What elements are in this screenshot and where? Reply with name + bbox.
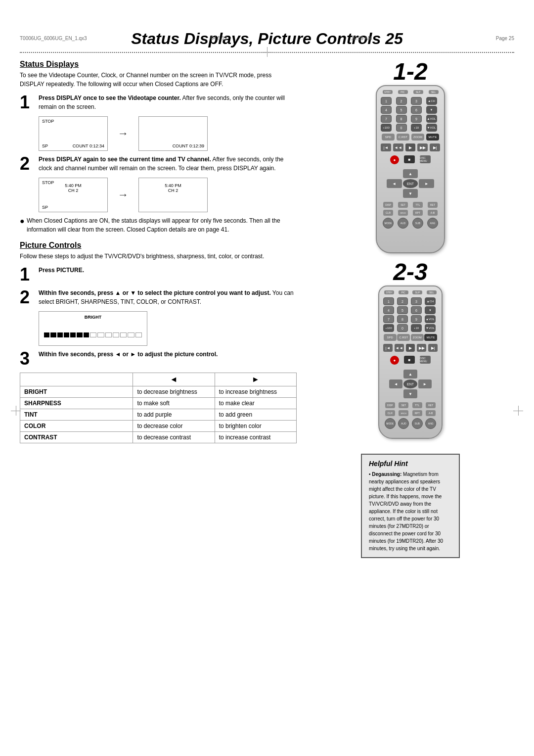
remote1-dpad-empty-br xyxy=(419,189,434,198)
remote1-btn-right[interactable]: ► xyxy=(419,179,434,188)
remote1-btn-7[interactable]: 7 xyxy=(381,115,392,123)
remote2-btn-plus10[interactable]: +10 xyxy=(411,324,422,332)
remote1-btn-4[interactable]: 4 xyxy=(381,106,392,114)
remote2-btn-vol-up[interactable]: ▲VOL xyxy=(425,315,436,323)
remote1-btn-searchmode[interactable]: SRCH xyxy=(398,210,408,216)
remote2-btn-repeat[interactable]: RPT xyxy=(412,410,422,416)
remote2-btn-subtitle[interactable]: SUB xyxy=(412,418,423,429)
remote2-btn-picture[interactable]: PIC xyxy=(399,290,408,294)
remote2-btn-8[interactable]: 8 xyxy=(397,315,408,323)
remote2-btn-ch-dn[interactable]: ▼ xyxy=(425,306,436,314)
remote1-btn-2[interactable]: 2 xyxy=(396,97,407,105)
remote1-btn-mode[interactable]: MODE xyxy=(383,218,394,229)
remote2-btn-creset[interactable]: C.RST xyxy=(397,334,410,341)
remote2-btn-ff[interactable]: ▶▶ xyxy=(417,344,426,352)
remote1-btn-enter[interactable]: ENT xyxy=(403,179,418,188)
remote1-btn-plus10[interactable]: +10 xyxy=(411,124,422,132)
remote1-btn-select[interactable]: SEL xyxy=(429,90,439,94)
remote1-btn-speed[interactable]: SPD xyxy=(382,134,395,141)
remote2-btn-left[interactable]: ◄ xyxy=(389,379,402,388)
remote2-btn-display[interactable]: DISP xyxy=(385,402,395,408)
remote1-btn-disc-menu[interactable]: DISC MENU xyxy=(420,155,431,163)
remote2-btn-record[interactable]: ● xyxy=(390,356,399,365)
remote2-btn-disc-menu[interactable]: DISC MENU xyxy=(420,356,431,364)
remote1-btn-rew[interactable]: ◄◄ xyxy=(393,143,403,151)
remote2-btn-up[interactable]: ▲ xyxy=(403,370,417,378)
remote2-btn-4[interactable]: 4 xyxy=(383,306,394,314)
remote2-btn-searchmode[interactable]: SRCH xyxy=(399,410,408,416)
remote2-btn-return[interactable]: RET xyxy=(426,402,436,408)
remote1-btn-subtitle[interactable]: SUB xyxy=(412,218,423,229)
remote1-btn-8[interactable]: 8 xyxy=(396,115,407,123)
remote2-btn-mute[interactable]: MUTE xyxy=(424,334,437,341)
remote1-btn-return[interactable]: RET xyxy=(428,202,438,208)
remote2-btn-0[interactable]: 0 xyxy=(397,324,408,332)
remote2-btn-plus100[interactable]: +100 xyxy=(383,324,394,332)
remote1-btn-clear[interactable]: CLR xyxy=(383,210,393,216)
remote2-btn-vol-dn[interactable]: ▼VOL xyxy=(425,324,436,332)
remote2-btn-rew[interactable]: ◄◄ xyxy=(395,344,404,352)
remote1-btn-plus100[interactable]: +100 xyxy=(381,124,392,132)
remote1-btn-repeat[interactable]: RPT xyxy=(413,210,423,216)
remote2-btn-6[interactable]: 6 xyxy=(411,306,422,314)
remote1-btn-creset[interactable]: C.RST xyxy=(397,134,409,141)
helpful-hint-bullet-label: Degaussing: xyxy=(372,472,401,477)
remote1-btn-standby[interactable]: STBY xyxy=(383,90,393,94)
remote2-btn-5[interactable]: 5 xyxy=(397,306,408,314)
remote1-btn-down[interactable]: ▼ xyxy=(403,189,418,198)
remote2-btn-prev[interactable]: |◄ xyxy=(383,344,393,352)
remote1-btn-6[interactable]: 6 xyxy=(411,106,422,114)
remote1-btn-zoom[interactable]: ZOOM xyxy=(411,134,424,141)
remote2-btn-right[interactable]: ► xyxy=(418,379,432,388)
remote1-btn-up[interactable]: ▲ xyxy=(403,169,418,178)
remote2-btn-2[interactable]: 2 xyxy=(397,297,408,305)
remote2-btn-repeat-ab[interactable]: A-B xyxy=(426,410,436,416)
remote1-btn-vol-up[interactable]: ▲VOL xyxy=(426,115,437,123)
remote1-btn-1[interactable]: 1 xyxy=(381,97,392,105)
remote1-btn-ff[interactable]: ▶▶ xyxy=(417,143,428,151)
remote1-btn-picture[interactable]: PIC xyxy=(398,90,408,94)
remote2-btn-standby[interactable]: STBY xyxy=(384,290,394,294)
remote1-btn-sleep[interactable]: SLP xyxy=(413,90,423,94)
remote1-btn-title[interactable]: TTL xyxy=(413,202,423,208)
remote1-btn-0[interactable]: 0 xyxy=(396,124,407,132)
remote1-btn-mute[interactable]: MUTE xyxy=(426,134,439,141)
remote1-btn-angle[interactable]: ANG xyxy=(427,218,438,229)
remote1-btn-stop[interactable]: ■ xyxy=(404,155,415,163)
remote2-btn-7[interactable]: 7 xyxy=(383,315,394,323)
remote1-btn-play[interactable]: ▶ xyxy=(405,143,416,151)
remote2-btn-9[interactable]: 9 xyxy=(411,315,422,323)
remote2-btn-stop[interactable]: ■ xyxy=(404,356,415,364)
remote2-btn-play[interactable]: ▶ xyxy=(406,344,415,352)
remote2-btn-title[interactable]: TTL xyxy=(412,402,422,408)
remote2-btn-clear[interactable]: CLR xyxy=(385,410,395,416)
remote1-btn-prev[interactable]: |◄ xyxy=(381,143,391,151)
remote2-btn-ch-up[interactable]: ▲CH xyxy=(425,297,436,305)
remote2-btn-next[interactable]: ▶| xyxy=(428,344,438,352)
remote1-btn-next[interactable]: ▶| xyxy=(430,143,440,151)
remote1-btn-3[interactable]: 3 xyxy=(411,97,422,105)
remote2-btn-speed[interactable]: SPD xyxy=(384,334,397,341)
remote1-btn-repeat-ab[interactable]: A-B xyxy=(428,210,438,216)
remote2-btn-zoom[interactable]: ZOOM xyxy=(411,334,424,341)
remote1-btn-vol-dn[interactable]: ▼VOL xyxy=(426,124,437,132)
remote1-btn-9[interactable]: 9 xyxy=(411,115,422,123)
remote1-btn-setup[interactable]: SET xyxy=(398,202,408,208)
remote1-btn-record[interactable]: ● xyxy=(390,155,399,164)
remote2-btn-enter[interactable]: ENT xyxy=(403,379,417,388)
remote2-btn-down[interactable]: ▼ xyxy=(403,389,417,398)
remote1-btn-audio[interactable]: AUD xyxy=(398,218,408,229)
remote1-btn-ch-dn[interactable]: ▼ xyxy=(426,106,437,114)
remote2-btn-angle[interactable]: ANG xyxy=(425,418,436,429)
remote1-btn-5[interactable]: 5 xyxy=(396,106,407,114)
remote2-btn-3[interactable]: 3 xyxy=(411,297,422,305)
remote2-btn-audio[interactable]: AUD xyxy=(398,418,409,429)
remote2-btn-sleep[interactable]: SLP xyxy=(412,290,422,294)
remote1-btn-display[interactable]: DISP xyxy=(383,202,393,208)
remote1-btn-ch-up[interactable]: ▲CH xyxy=(426,97,437,105)
remote2-btn-setup[interactable]: SET xyxy=(399,402,408,408)
remote2-btn-1[interactable]: 1 xyxy=(383,297,394,305)
remote2-btn-mode[interactable]: MODE xyxy=(385,418,396,429)
remote1-btn-left[interactable]: ◄ xyxy=(387,179,402,188)
remote2-btn-select[interactable]: SEL xyxy=(427,290,437,294)
